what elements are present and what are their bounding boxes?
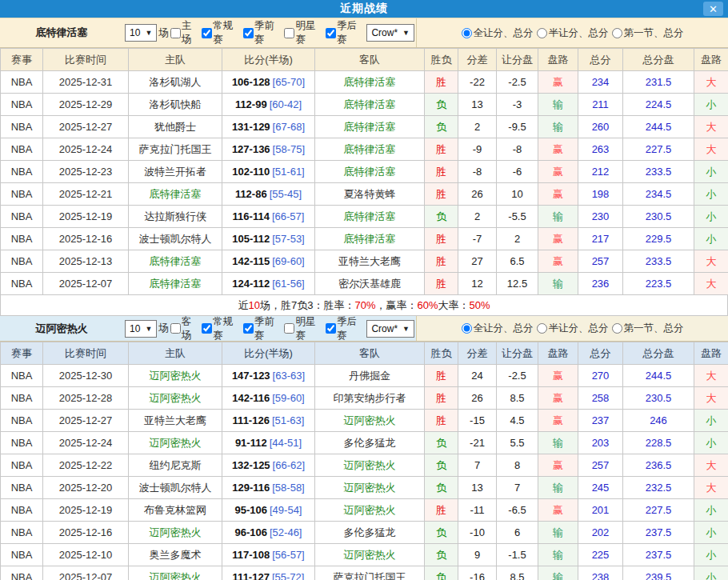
- filter-客场[interactable]: 客场: [169, 315, 200, 342]
- filter-季前赛[interactable]: 季前赛: [242, 315, 283, 342]
- scope-radio[interactable]: [462, 28, 472, 38]
- cell-away-team: 迈阿密热火: [315, 544, 425, 566]
- cell-handicap-line: 8.5: [497, 387, 538, 410]
- bookmaker-select[interactable]: Crow* ▼: [366, 24, 414, 42]
- table-row: NBA2025-12-16迈阿密热火96-106[52-46]多伦多猛龙负-10…: [1, 522, 728, 544]
- filter-主场[interactable]: 主场: [169, 19, 200, 46]
- table-row: NBA2025-12-13底特律活塞142-115[69-60]亚特兰大老鹰胜2…: [1, 250, 728, 273]
- filter-常规赛[interactable]: 常规赛: [200, 315, 242, 342]
- filter-checkbox[interactable]: [243, 28, 254, 38]
- cell-away-team: 密尔沃基雄鹿: [315, 273, 425, 295]
- cell-over-under: 大: [694, 116, 728, 138]
- filter-checkbox[interactable]: [326, 323, 336, 334]
- cell-handicap-result: 输: [538, 432, 578, 454]
- cell-score: 131-129[67-68]: [222, 116, 315, 138]
- cell-total-points: 212: [578, 161, 623, 183]
- half-score: [63-63]: [273, 370, 305, 382]
- full-score: 105-112: [232, 233, 270, 245]
- filter-checkbox[interactable]: [326, 28, 336, 38]
- section-heat: 迈阿密热火 10 ▼ 场 客场常规赛季前赛明星赛季后赛 Crow* ▼ 全让分、…: [0, 316, 728, 580]
- filter-checkbox[interactable]: [243, 323, 254, 334]
- filter-明星赛[interactable]: 明星赛: [282, 19, 324, 46]
- scope-全让分、总分[interactable]: 全让分、总分: [462, 26, 534, 40]
- col-home: 主队: [129, 49, 222, 71]
- table-row: NBA2025-12-20波士顿凯尔特人129-116[58-58]迈阿密热火负…: [1, 477, 728, 499]
- scope-radio[interactable]: [612, 28, 622, 38]
- cell-score: 95-106[49-54]: [222, 499, 315, 522]
- cell-total-points: 211: [578, 94, 623, 116]
- scope-半让分、总分[interactable]: 半让分、总分: [537, 26, 609, 40]
- cell-win-loss: 负: [425, 116, 458, 138]
- filter-checkbox[interactable]: [202, 28, 212, 38]
- cell-handicap-result: 赢: [538, 365, 578, 387]
- cell-handicap-result: 赢: [538, 228, 578, 250]
- scope-第一节、总分[interactable]: 第一节、总分: [612, 322, 684, 335]
- games-count-select[interactable]: 10 ▼: [125, 320, 157, 338]
- scope-半让分、总分[interactable]: 半让分、总分: [537, 322, 609, 335]
- cell-home-team: 波士顿凯尔特人: [129, 477, 222, 499]
- cell-over-under: 大: [694, 477, 728, 499]
- filter-checkbox[interactable]: [284, 28, 294, 38]
- cell-away-team: 迈阿密热火: [315, 454, 425, 477]
- filter-checkbox[interactable]: [284, 323, 294, 334]
- cell-handicap-line: -6: [497, 161, 538, 183]
- scope-radio[interactable]: [612, 323, 622, 334]
- filter-季后赛[interactable]: 季后赛: [324, 315, 366, 342]
- cell-handicap-result: 输: [538, 206, 578, 228]
- cell-total-points: 263: [578, 138, 623, 161]
- cell-home-team: 底特律活塞: [129, 250, 222, 273]
- full-score: 142-115: [232, 255, 270, 267]
- scope-radio[interactable]: [537, 323, 547, 334]
- games-count-value: 10: [130, 323, 140, 334]
- close-button[interactable]: ✕: [703, 2, 723, 16]
- heat-control-bar: 迈阿密热火 10 ▼ 场 客场常规赛季前赛明星赛季后赛 Crow* ▼ 全让分、…: [0, 316, 728, 342]
- games-count-select[interactable]: 10 ▼: [125, 24, 157, 42]
- cell-score: 96-106[52-46]: [222, 522, 315, 544]
- filter-季后赛[interactable]: 季后赛: [324, 19, 366, 46]
- cell-win-loss: 胜: [425, 250, 458, 273]
- cell-handicap-line: 4.5: [497, 410, 538, 432]
- cell-league: NBA: [1, 454, 43, 477]
- cell-handicap-line: -3: [497, 94, 538, 116]
- full-score: 132-125: [232, 459, 270, 471]
- col-result: 胜负: [425, 49, 458, 71]
- cell-handicap-line: 2: [497, 228, 538, 250]
- scope-全让分、总分[interactable]: 全让分、总分: [462, 322, 534, 335]
- heat-scope-radios: 全让分、总分半让分、总分第一节、总分: [462, 322, 684, 335]
- cell-total-line: 230.5: [623, 387, 694, 410]
- cell-over-under: 大: [694, 71, 728, 94]
- scope-第一节、总分[interactable]: 第一节、总分: [612, 26, 684, 40]
- cell-over-under: 大: [694, 365, 728, 387]
- bookmaker-select[interactable]: Crow* ▼: [366, 320, 414, 338]
- filter-明星赛[interactable]: 明星赛: [282, 315, 324, 342]
- cell-away-team: 亚特兰大老鹰: [315, 250, 425, 273]
- col-home: 主队: [129, 342, 222, 365]
- scope-radio[interactable]: [462, 323, 472, 334]
- cell-over-under: 小: [694, 228, 728, 250]
- heat-team-name: 迈阿密热火: [0, 322, 123, 336]
- cell-total-line: 237.5: [623, 522, 694, 544]
- cell-date: 2025-12-22: [43, 454, 129, 477]
- cell-handicap-line: -5.5: [497, 206, 538, 228]
- pistons-team-name: 底特律活塞: [0, 26, 123, 40]
- filter-季前赛[interactable]: 季前赛: [242, 19, 283, 46]
- cell-handicap-line: -8: [497, 138, 538, 161]
- cell-handicap-line: -6.5: [497, 499, 538, 522]
- table-row: NBA2025-12-29洛杉矶快船112-99[60-42]底特律活塞负13-…: [1, 94, 728, 116]
- cell-handicap-result: 赢: [538, 71, 578, 94]
- chevron-down-icon: ▼: [402, 325, 410, 333]
- filter-checkbox[interactable]: [170, 28, 181, 38]
- filter-checkbox[interactable]: [202, 323, 212, 334]
- close-icon: ✕: [709, 3, 718, 15]
- cell-home-team: 奥兰多魔术: [129, 544, 222, 566]
- half-score: [49-54]: [270, 504, 302, 516]
- cell-total-line: 230.5: [623, 206, 694, 228]
- scope-radio[interactable]: [537, 28, 547, 38]
- cell-home-team: 迈阿密热火: [129, 387, 222, 410]
- cell-home-team: 迈阿密热火: [129, 432, 222, 454]
- cell-score: 111-127[55-72]: [222, 566, 315, 580]
- cell-handicap-line: 6.5: [497, 250, 538, 273]
- full-score: 147-123: [232, 370, 270, 382]
- filter-常规赛[interactable]: 常规赛: [200, 19, 242, 46]
- filter-checkbox[interactable]: [170, 323, 181, 334]
